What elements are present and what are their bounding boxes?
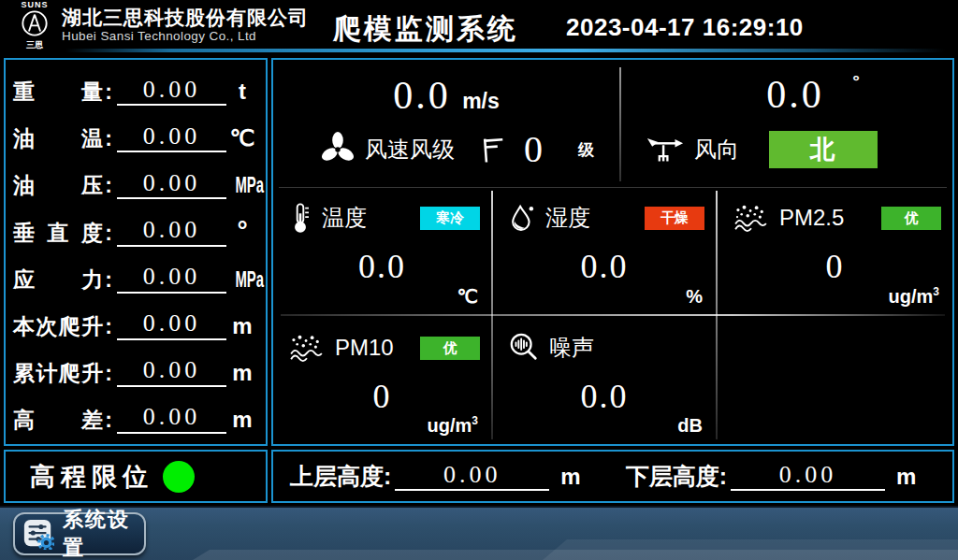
row-label: 累计爬升 xyxy=(13,363,103,384)
settings-button-label: 系统设置 xyxy=(63,506,144,560)
wind-level-value: 0 xyxy=(524,131,543,168)
company-logo-icon xyxy=(21,9,49,37)
data-row-stress: 应力: 0.00 MPa xyxy=(13,251,258,298)
sensor-value: 0 xyxy=(273,377,491,416)
row-value: 0.00 xyxy=(117,170,226,200)
sensor-cell-noise: 噪声 0.0 dB xyxy=(493,317,716,444)
row-label: 油温 xyxy=(13,128,103,150)
wind-direction-button[interactable]: 北 xyxy=(769,131,878,168)
sensor-value: 0 xyxy=(718,247,952,286)
row-value: 0.00 xyxy=(117,123,226,153)
wind-speed-cell: 0.0 m/s 风速风级 xyxy=(273,60,619,187)
lower-height-unit: m xyxy=(896,464,916,490)
row-unit: m xyxy=(226,362,258,384)
row-unit: m xyxy=(226,409,258,431)
data-row-height-diff: 高差: 0.00 m xyxy=(13,392,258,438)
datetime-display: 2023-04-17 16:29:10 xyxy=(566,13,804,42)
sensor-label: PM2.5 xyxy=(779,205,844,231)
sensor-unit: % xyxy=(686,286,703,308)
wind-speed-label: 风速风级 xyxy=(365,135,455,165)
layer-height-box: 上层高度: 0.00 m 下层高度: 0.00 m xyxy=(271,450,954,503)
upper-height-unit: m xyxy=(560,464,580,490)
sensor-cell-pm10: PM10 优 0 ug/m3 xyxy=(273,317,491,444)
wind-level-unit: 级 xyxy=(578,139,594,161)
lower-height-value: 0.00 xyxy=(731,462,885,492)
row-label: 应力 xyxy=(13,269,103,291)
wind-direction-unit: ° xyxy=(852,71,860,91)
wind-direction-value: 0.0 xyxy=(766,73,824,116)
row-unit: m xyxy=(226,315,258,337)
row-label: 垂直度 xyxy=(13,223,103,244)
wind-direction-cell: 0.0 ° 风向 北 xyxy=(621,60,952,187)
taskbar-highlight xyxy=(178,550,958,560)
wind-flag-icon xyxy=(479,135,507,165)
status-badge: 优 xyxy=(881,207,941,230)
wind-speed-reading: 0.0 m/s xyxy=(273,73,619,118)
environment-panel: 0.0 m/s 风速风级 xyxy=(271,58,954,446)
company-name-en: Hubei Sansi Technology Co., Ltd xyxy=(62,29,256,43)
wind-direction-reading: 0.0 ° xyxy=(621,71,952,117)
row-label: 高差 xyxy=(13,409,103,431)
sensor-unit: dB xyxy=(677,415,703,437)
sensor-value: 0.0 xyxy=(493,377,716,416)
climbing-formwork-monitor-screen: SUNS 三思 湖北三思科技股份有限公司 Hubei Sansi Technol… xyxy=(0,0,958,560)
row-unit: MPa xyxy=(226,174,258,196)
row-label: 重量 xyxy=(13,81,103,103)
system-settings-button[interactable]: 系统设置 xyxy=(13,512,146,555)
row-unit: ℃ xyxy=(226,127,258,150)
wind-direction-label: 风向 xyxy=(694,135,739,165)
page-title: 爬模监测系统 xyxy=(333,10,518,49)
logo-bottom-text: 三思 xyxy=(11,41,58,50)
sensor-value: 0.0 xyxy=(493,247,716,286)
sensor-cell-pm25: PM2.5 优 0 ug/m3 xyxy=(718,187,952,315)
status-badge: 寒冷 xyxy=(420,207,480,230)
sensor-label: 湿度 xyxy=(545,203,590,233)
wind-direction-row: 风向 北 xyxy=(621,129,958,170)
water-drop-icon xyxy=(508,203,536,233)
row-value: 0.00 xyxy=(117,357,226,387)
dust-particles-icon xyxy=(733,204,770,232)
fan-icon xyxy=(320,132,356,167)
status-badge: 优 xyxy=(420,337,480,360)
upper-height-label: 上层高度: xyxy=(290,461,391,492)
logo-top-text: SUNS xyxy=(11,1,58,9)
thermometer-icon xyxy=(288,202,312,234)
sensor-cell-temperature: 温度 寒冷 0.0 ℃ xyxy=(273,187,491,315)
row-unit: t xyxy=(226,80,258,103)
sensor-value: 0.0 xyxy=(273,247,491,286)
data-row-current-climb: 本次爬升: 0.00 m xyxy=(13,298,258,345)
row-value: 0.00 xyxy=(117,217,226,247)
company-logo: SUNS 三思 xyxy=(11,1,58,48)
row-value: 0.00 xyxy=(117,310,226,340)
header: SUNS 三思 湖北三思科技股份有限公司 Hubei Sansi Technol… xyxy=(0,0,958,49)
noise-magnifier-icon xyxy=(508,332,540,364)
row-value: 0.00 xyxy=(117,264,226,294)
row-unit: MPa xyxy=(226,268,258,291)
dust-particles-icon xyxy=(288,334,326,362)
taskbar: 系统设置 xyxy=(0,506,958,560)
row-value: 0.00 xyxy=(117,404,226,434)
row-label: 本次爬升 xyxy=(13,316,103,337)
sensor-unit: ug/m3 xyxy=(428,414,478,437)
sensor-unit: ug/m3 xyxy=(889,285,939,308)
sensor-label: 温度 xyxy=(322,203,367,233)
sensor-label: 噪声 xyxy=(549,333,594,363)
sensor-cell-empty xyxy=(718,317,952,444)
data-row-oil-pressure: 油压: 0.00 MPa xyxy=(13,157,258,204)
elevation-limit-box: 高程限位 xyxy=(4,450,268,503)
wind-speed-value: 0.0 xyxy=(393,74,451,117)
upper-height-value: 0.00 xyxy=(395,462,549,492)
sliders-gear-icon xyxy=(22,518,54,550)
sensor-cell-humidity: 湿度 干燥 0.0 % xyxy=(493,187,716,315)
header-divider xyxy=(65,49,945,52)
row-value: 0.00 xyxy=(117,77,226,107)
lower-height-label: 下层高度: xyxy=(626,461,727,492)
sensor-unit: ℃ xyxy=(457,285,478,308)
sensor-grid: 温度 寒冷 0.0 ℃ 湿度 干燥 xyxy=(273,187,952,444)
status-circle xyxy=(163,461,195,493)
wind-section: 0.0 m/s 风速风级 xyxy=(273,60,952,187)
wind-vane-icon xyxy=(646,133,685,166)
status-badge: 干燥 xyxy=(645,207,704,230)
sensor-label: PM10 xyxy=(335,335,394,361)
data-row-total-climb: 累计爬升: 0.00 m xyxy=(13,345,258,392)
